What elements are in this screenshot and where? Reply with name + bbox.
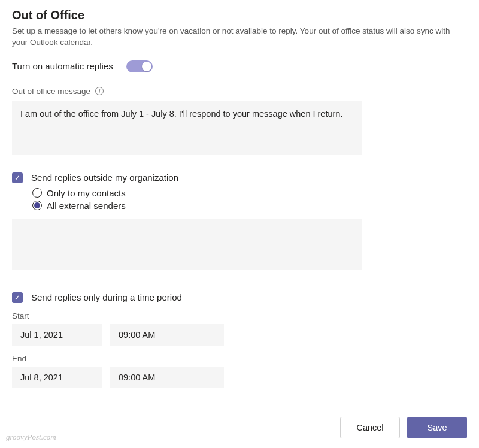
watermark: groovyPost.com xyxy=(6,432,56,442)
dialog-title: Out of Office xyxy=(12,8,467,22)
info-icon[interactable]: i xyxy=(95,87,104,95)
cancel-button[interactable]: Cancel xyxy=(340,417,400,438)
radio-all-external-label: All external senders xyxy=(47,201,126,211)
auto-replies-toggle-row: Turn on automatic replies xyxy=(12,60,467,72)
radio-only-contacts[interactable] xyxy=(32,188,42,198)
radio-all-external[interactable] xyxy=(32,201,42,210)
external-replies-row: ✓ Send replies outside my organization xyxy=(12,172,467,183)
radio-all-external-row: All external senders xyxy=(32,201,467,211)
radio-selected-dot xyxy=(34,202,40,208)
start-date-input[interactable]: Jul 1, 2021 xyxy=(12,324,102,346)
end-date-input[interactable]: Jul 8, 2021 xyxy=(12,367,102,388)
time-period-section: ✓ Send replies only during a time period… xyxy=(12,292,467,388)
ooo-message-input[interactable] xyxy=(12,101,362,155)
radio-only-contacts-label: Only to my contacts xyxy=(47,188,126,198)
auto-replies-toggle[interactable] xyxy=(126,60,153,72)
time-period-checkbox[interactable]: ✓ xyxy=(12,292,23,303)
dialog-subtitle: Set up a message to let others know you'… xyxy=(12,26,455,49)
start-row: Jul 1, 2021 09:00 AM xyxy=(12,324,467,346)
save-button[interactable]: Save xyxy=(407,417,467,438)
external-message-input[interactable] xyxy=(12,219,362,270)
external-replies-checkbox[interactable]: ✓ xyxy=(12,172,23,183)
ooo-message-label: Out of office message xyxy=(12,87,90,96)
auto-replies-label: Turn on automatic replies xyxy=(12,61,113,71)
time-period-row: ✓ Send replies only during a time period xyxy=(12,292,467,303)
dialog-footer: Cancel Save xyxy=(340,417,467,438)
ooo-message-label-row: Out of office message i xyxy=(12,87,467,96)
out-of-office-dialog: Out of Office Set up a message to let ot… xyxy=(1,1,478,447)
external-replies-label: Send replies outside my organization xyxy=(31,172,178,183)
external-radio-group: Only to my contacts All external senders xyxy=(32,188,467,211)
check-icon: ✓ xyxy=(14,294,20,301)
time-period-label: Send replies only during a time period xyxy=(31,292,182,302)
check-icon: ✓ xyxy=(14,174,20,181)
start-time-input[interactable]: 09:00 AM xyxy=(110,324,224,346)
toggle-knob xyxy=(142,62,151,71)
end-row: Jul 8, 2021 09:00 AM xyxy=(12,367,467,388)
radio-only-contacts-row: Only to my contacts xyxy=(32,188,467,198)
end-label: End xyxy=(12,354,467,363)
start-label: Start xyxy=(12,311,467,320)
end-time-input[interactable]: 09:00 AM xyxy=(110,367,224,388)
